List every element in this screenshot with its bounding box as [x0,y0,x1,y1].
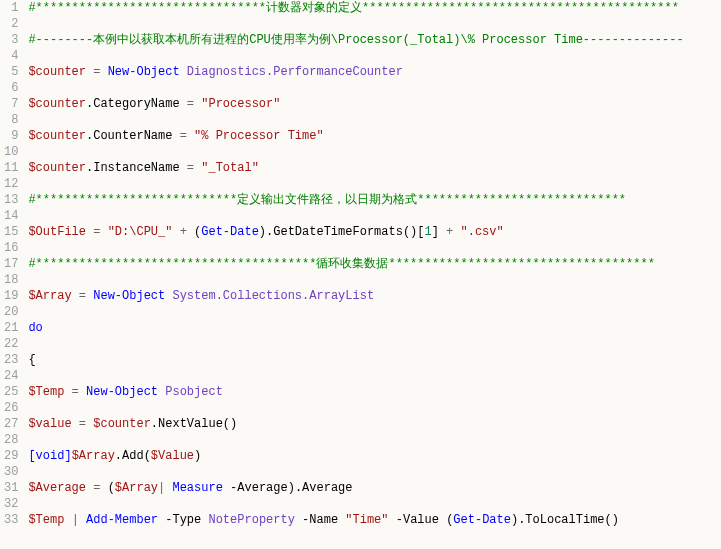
code-line: $counter.CounterName = "% Processor Time… [28,128,717,144]
line-number: 21 [4,320,18,336]
code-line: #--------本例中以获取本机所有进程的CPU使用率为例\Processor… [28,32,717,48]
line-number: 7 [4,96,18,112]
token: + [439,225,461,239]
token: .CategoryName [86,97,187,111]
token: ".csv" [461,225,504,239]
token: .CounterName [86,129,180,143]
code-line: do [28,320,717,336]
token: ] [64,449,71,463]
token: $Array [72,449,115,463]
token: $counter [28,161,86,175]
code-line: #****************************定义输出文件路径，以日… [28,192,717,208]
line-number: 23 [4,352,18,368]
token: | [158,481,172,495]
line-number: 16 [4,240,18,256]
token: -Average [223,481,288,495]
code-line [28,272,717,288]
token: { [28,353,35,367]
token: Diagnostics.PerformanceCounter [187,65,403,79]
token: $Average [28,481,86,495]
line-number-gutter: 1234567891011121314151617181920212223242… [0,0,24,528]
line-number: 4 [4,48,18,64]
token: Measure [172,481,222,495]
token: $Array [28,289,71,303]
code-line [28,432,717,448]
token [64,513,71,527]
line-number: 24 [4,368,18,384]
token: System.Collections.ArrayList [172,289,374,303]
token: "_Total" [201,161,259,175]
token [79,513,86,527]
token: = [72,289,94,303]
token: $counter [28,97,86,111]
line-number: 3 [4,32,18,48]
token: = [86,481,108,495]
code-line: { [28,352,717,368]
token: -Type [158,513,208,527]
code-line: $Temp | Add-Member -Type NoteProperty -N… [28,512,717,528]
code-line [28,176,717,192]
line-number: 15 [4,224,18,240]
code-line [28,144,717,160]
token: ) [259,225,266,239]
token: + [172,225,194,239]
token: New-Object [86,385,158,399]
token: ) [288,481,295,495]
token: [ [417,225,424,239]
code-line [28,400,717,416]
token: -Name [295,513,345,527]
line-number: 32 [4,496,18,512]
token: $Array [115,481,158,495]
token: .GetDateTimeFormats() [266,225,417,239]
line-number: 25 [4,384,18,400]
token: $counter [28,129,86,143]
token: "Processor" [201,97,280,111]
code-line [28,208,717,224]
token: "Time" [345,513,388,527]
line-number: 10 [4,144,18,160]
line-number: 20 [4,304,18,320]
token: $Value [151,449,194,463]
token: void [36,449,65,463]
token: Get-Date [453,513,511,527]
token: $Temp [28,385,64,399]
line-number: 9 [4,128,18,144]
line-number: 19 [4,288,18,304]
line-number: 6 [4,80,18,96]
token [187,129,194,143]
token [180,65,187,79]
code-line [28,464,717,480]
token: ( [108,481,115,495]
token: $value [28,417,71,431]
code-line [28,80,717,96]
code-line: [void]$Array.Add($Value) [28,448,717,464]
line-number: 1 [4,0,18,16]
token: = [64,385,86,399]
token: ] [432,225,439,239]
line-number: 27 [4,416,18,432]
line-number: 13 [4,192,18,208]
token: = [72,417,94,431]
token: "% Processor Time" [194,129,324,143]
code-line [28,112,717,128]
line-number: 11 [4,160,18,176]
code-line: $Temp = New-Object Psobject [28,384,717,400]
token: = [86,225,108,239]
line-number: 8 [4,112,18,128]
token: -Value [389,513,447,527]
line-number: 22 [4,336,18,352]
code-line: #***************************************… [28,256,717,272]
line-number: 17 [4,256,18,272]
code-line [28,16,717,32]
code-line [28,48,717,64]
token: New-Object [108,65,180,79]
line-number: 18 [4,272,18,288]
token: Psobject [165,385,223,399]
token: #****************************定义输出文件路径，以日… [28,193,626,207]
code-line: $value = $counter.NextValue() [28,416,717,432]
token: do [28,321,42,335]
code-line: $OutFile = "D:\CPU_" + (Get-Date).GetDat… [28,224,717,240]
line-number: 26 [4,400,18,416]
code-line: #********************************计数器对象的定… [28,0,717,16]
line-number: 14 [4,208,18,224]
